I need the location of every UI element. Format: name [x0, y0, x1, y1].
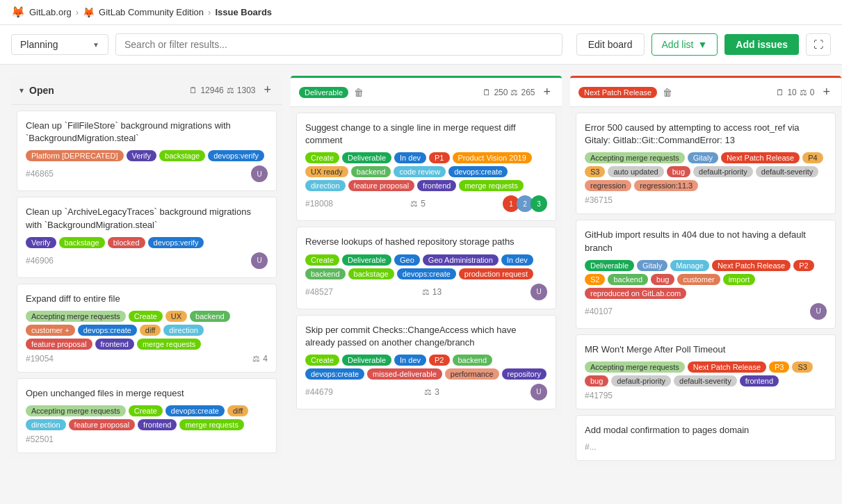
label-badge[interactable]: production request [459, 268, 533, 279]
issue-card[interactable]: Clean up `FillFileStore` background migr… [17, 111, 277, 191]
label-badge[interactable]: direction [305, 180, 346, 191]
label-badge[interactable]: frontend [95, 339, 134, 350]
issue-card[interactable]: Expand diff to entire fileAccepting merg… [17, 284, 277, 373]
label-badge[interactable]: default-priority [693, 166, 753, 177]
label-badge[interactable]: P4 [802, 152, 823, 163]
issue-card[interactable]: Open unchanged files in merge requestAcc… [17, 378, 277, 453]
label-badge[interactable]: Deliverable [342, 355, 391, 366]
label-badge[interactable]: default-severity [674, 375, 737, 387]
label-badge[interactable]: Platform [DEPRECATED] [26, 150, 124, 161]
issue-card[interactable]: MR Won't Merge After Poll TimeoutAccepti… [576, 334, 836, 409]
label-badge[interactable]: Verify [127, 150, 157, 161]
label-badge[interactable]: frontend [417, 180, 456, 191]
label-badge[interactable]: P3 [769, 361, 789, 373]
label-badge[interactable]: import [723, 274, 756, 285]
label-badge[interactable]: missed-deliverable [367, 368, 442, 380]
label-badge[interactable]: Accepting merge requests [26, 311, 126, 322]
label-badge[interactable]: In dev [501, 254, 533, 266]
label-badge[interactable]: backstage [348, 268, 394, 279]
label-badge[interactable]: devops:verify [208, 150, 264, 161]
label-badge[interactable]: S3 [792, 361, 812, 373]
label-badge[interactable]: Create [305, 254, 339, 266]
label-badge[interactable]: customer [677, 274, 720, 285]
label-badge[interactable]: merge requests [137, 339, 201, 350]
label-badge[interactable]: reproduced on GitLab.com [585, 288, 686, 299]
label-badge[interactable]: In dev [394, 355, 426, 366]
edit-board-button[interactable]: Edit board [576, 33, 645, 56]
issue-card[interactable]: Add modal confirmation to pages domain#.… [576, 415, 836, 461]
add-card-button[interactable]: + [261, 83, 274, 97]
label-badge[interactable]: blocked [108, 237, 145, 248]
nav-org[interactable]: GitLab.org [29, 7, 72, 17]
label-badge[interactable]: auto updated [608, 166, 663, 177]
label-badge[interactable]: Geo [394, 254, 420, 266]
label-badge[interactable]: Accepting merge requests [26, 405, 126, 416]
label-badge[interactable]: feature proposal [69, 419, 136, 430]
collapse-button[interactable]: ▾ [19, 86, 24, 95]
label-badge[interactable]: devops:create [305, 368, 364, 380]
label-badge[interactable]: regression:11.3 [634, 180, 698, 191]
label-badge[interactable]: devops:create [165, 405, 225, 416]
label-badge[interactable]: devops:create [448, 166, 508, 177]
add-issues-button[interactable]: Add issues [724, 34, 799, 55]
delete-column-button[interactable]: 🗑 [663, 87, 672, 98]
label-badge[interactable]: backend [608, 274, 648, 285]
label-badge[interactable]: Next Patch Release [721, 152, 800, 163]
label-badge[interactable]: backend [351, 166, 391, 177]
label-badge[interactable]: Geo Administration [423, 254, 499, 266]
label-badge[interactable]: Create [305, 355, 339, 366]
label-badge[interactable]: diff [140, 325, 161, 336]
label-badge[interactable]: backend [190, 311, 230, 322]
label-badge[interactable]: backstage [159, 150, 205, 161]
label-badge[interactable]: Next Patch Release [688, 361, 766, 373]
label-badge[interactable]: backstage [59, 237, 105, 248]
label-badge[interactable]: repository [502, 368, 547, 380]
label-badge[interactable]: Deliverable [585, 260, 634, 271]
label-badge[interactable]: Deliverable [342, 152, 391, 163]
add-card-button[interactable]: + [820, 85, 833, 99]
label-badge[interactable]: Deliverable [342, 254, 391, 266]
issue-card[interactable]: Skip per commit Checks::ChangeAccess whi… [296, 315, 556, 409]
label-badge[interactable]: Gitaly [688, 152, 718, 163]
label-badge[interactable]: bug [585, 375, 608, 387]
label-badge[interactable]: S3 [585, 166, 605, 177]
label-badge[interactable]: regression [585, 180, 631, 191]
label-badge[interactable]: Create [305, 152, 339, 163]
label-badge[interactable]: P2 [429, 355, 449, 366]
add-card-button[interactable]: + [540, 85, 553, 99]
add-list-button[interactable]: Add list ▼ [651, 33, 718, 56]
label-badge[interactable]: Create [129, 405, 163, 416]
label-badge[interactable]: UX ready [305, 166, 348, 177]
planning-dropdown[interactable]: Planning ▼ [11, 34, 108, 55]
label-badge[interactable]: merge requests [459, 180, 523, 191]
label-badge[interactable]: frontend [740, 375, 779, 387]
label-badge[interactable]: devops:create [397, 268, 456, 279]
issue-card[interactable]: Suggest change to a single line in merge… [296, 113, 556, 221]
search-input[interactable] [115, 33, 562, 56]
label-badge[interactable]: merge requests [179, 419, 243, 430]
label-badge[interactable]: bug [667, 166, 690, 177]
nav-product[interactable]: GitLab Community Edition [99, 7, 204, 17]
label-badge[interactable]: UX [165, 311, 187, 322]
label-badge[interactable]: default-severity [756, 166, 819, 177]
label-badge[interactable]: feature proposal [348, 180, 415, 191]
label-badge[interactable]: bug [651, 274, 674, 285]
issue-card[interactable]: Clean up `ArchiveLegacyTraces` backgroun… [17, 197, 277, 277]
label-badge[interactable]: P2 [793, 260, 813, 271]
label-badge[interactable]: direction [26, 419, 66, 430]
label-badge[interactable]: Next Patch Release [712, 260, 791, 271]
label-badge[interactable]: performance [445, 368, 499, 380]
issue-card[interactable]: Reverse lookups of hashed repository sto… [296, 227, 556, 309]
label-badge[interactable]: diff [227, 405, 248, 416]
label-badge[interactable]: Gitaly [637, 260, 667, 271]
label-badge[interactable]: In dev [394, 152, 426, 163]
label-badge[interactable]: backend [453, 355, 493, 366]
label-badge[interactable]: Accepting merge requests [585, 152, 685, 163]
label-badge[interactable]: S2 [585, 274, 605, 285]
label-badge[interactable]: Create [129, 311, 163, 322]
label-badge[interactable]: customer + [26, 325, 75, 336]
fullscreen-button[interactable]: ⛶ [806, 33, 831, 56]
label-badge[interactable]: code review [394, 166, 446, 177]
label-badge[interactable]: default-priority [611, 375, 671, 387]
label-badge[interactable]: Accepting merge requests [585, 361, 685, 373]
